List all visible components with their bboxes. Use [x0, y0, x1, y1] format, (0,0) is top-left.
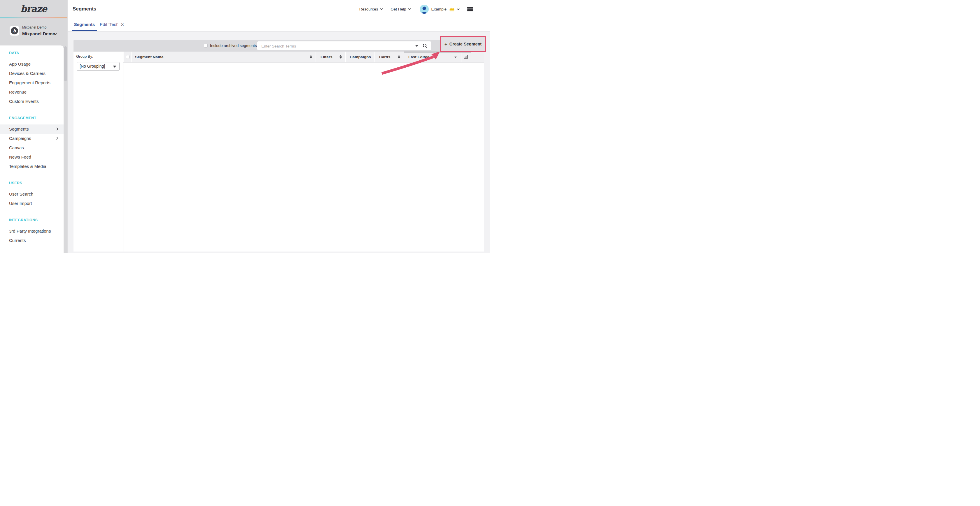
- sidebar-item-custom-events[interactable]: Custom Events: [0, 97, 64, 106]
- sidebar-item-user-import[interactable]: User Import: [0, 199, 64, 208]
- sidebar-nav: DATA App Usage Devices & Carriers Engage…: [0, 46, 64, 253]
- column-header-segment-name[interactable]: Segment Name: [131, 52, 316, 62]
- section-title-integrations: INTEGRATIONS: [0, 217, 64, 223]
- tab-segments[interactable]: Segments: [72, 18, 97, 31]
- sidebar-item-news-feed[interactable]: News Feed: [0, 152, 64, 162]
- workspace-icon: b: [10, 26, 19, 36]
- page-title: Segments: [73, 0, 96, 18]
- segment-search-box: [257, 41, 431, 50]
- chevron-down-icon: [380, 8, 383, 10]
- segments-table-body: [123, 63, 484, 252]
- column-header-analytics[interactable]: [461, 52, 471, 62]
- braze-dashboard: braze b Mixpanel Demo Mixpanel Demo DATA…: [0, 0, 490, 253]
- chevron-down-icon[interactable]: [54, 33, 57, 35]
- group-by-select[interactable]: [No Grouping]: [77, 62, 119, 71]
- column-label: Last Edited: [408, 55, 430, 59]
- column-label: Segment Name: [135, 55, 164, 59]
- sort-icon[interactable]: [339, 55, 342, 59]
- sidebar-scrollbar-thumb[interactable]: [64, 46, 67, 81]
- dropdown-caret-icon: [113, 66, 116, 68]
- section-title-users: USERS: [0, 180, 64, 186]
- get-help-menu[interactable]: Get Help: [391, 7, 411, 11]
- column-header-empty: [471, 52, 484, 62]
- segments-toolbar: Include archived segments: [73, 40, 484, 52]
- sidebar-item-label: Campaigns: [9, 136, 31, 141]
- include-archived-checkbox[interactable]: [204, 44, 208, 48]
- sidebar-item-label: Segments: [9, 127, 29, 132]
- sidebar-item-engagement-reports[interactable]: Engagement Reports: [0, 78, 64, 87]
- top-bar: Segments Resources Get Help: [68, 0, 490, 18]
- select-all-checkbox-cell: [123, 52, 131, 62]
- tab-label: Segments: [74, 22, 95, 27]
- main-content: Segments Resources Get Help: [67, 0, 490, 253]
- sort-icon[interactable]: [310, 55, 312, 59]
- crown-icon: [449, 6, 455, 12]
- column-header-filters[interactable]: Filters: [316, 52, 345, 62]
- search-dropdown-caret-icon[interactable]: [415, 45, 418, 47]
- sort-desc-icon[interactable]: [454, 57, 457, 58]
- sidebar-item-revenue[interactable]: Revenue: [0, 87, 64, 97]
- chevron-right-icon: [56, 137, 58, 140]
- include-archived-label: Include archived segments: [210, 40, 257, 52]
- top-bar-actions: Resources Get Help Example: [360, 0, 473, 18]
- section-title-data: DATA: [0, 50, 64, 56]
- braze-logo[interactable]: braze: [21, 3, 47, 14]
- segments-table-header: Segment Name Filters Campaigns Cards Las…: [123, 52, 484, 63]
- search-icon[interactable]: [423, 43, 428, 49]
- sidebar-item-currents[interactable]: Currents: [0, 236, 64, 245]
- sidebar-item-campaigns[interactable]: Campaigns: [0, 134, 64, 143]
- plus-icon: +: [444, 42, 447, 47]
- column-header-last-edited[interactable]: Last Edited: [404, 52, 461, 62]
- sidebar-item-segments[interactable]: Segments: [0, 124, 64, 134]
- group-by-value: [No Grouping]: [80, 62, 105, 70]
- workspace-org-label: Mixpanel Demo: [22, 25, 46, 29]
- create-segment-button[interactable]: + Create Segment: [441, 37, 485, 51]
- divider: [5, 211, 59, 211]
- sidebar-item-3rd-party-integrations[interactable]: 3rd Party Integrations: [0, 227, 64, 236]
- bar-chart-icon: [464, 54, 468, 59]
- sidebar-item-templates-media[interactable]: Templates & Media: [0, 162, 64, 171]
- close-icon[interactable]: ✕: [121, 23, 124, 27]
- workspace-name: Mixpanel Demo: [22, 31, 56, 36]
- column-label: Cards: [379, 55, 390, 59]
- column-header-campaigns[interactable]: Campaigns: [345, 52, 374, 62]
- annotation-highlight-box: + Create Segment: [440, 36, 486, 52]
- divider: [5, 109, 59, 109]
- section-title-engagement: ENGAGEMENT: [0, 115, 64, 121]
- active-tab-underline: [72, 30, 97, 31]
- column-label: Filters: [321, 55, 332, 59]
- resources-label: Resources: [360, 7, 378, 11]
- sidebar-item-canvas[interactable]: Canvas: [0, 143, 64, 152]
- sort-icon[interactable]: [398, 55, 400, 59]
- column-header-cards[interactable]: Cards: [374, 52, 404, 62]
- search-input[interactable]: [261, 41, 402, 51]
- tab-label: Edit 'Test': [100, 18, 118, 31]
- hamburger-menu-icon[interactable]: [467, 7, 473, 11]
- logo-bar: braze: [0, 0, 67, 17]
- sidebar-item-app-usage[interactable]: App Usage: [0, 59, 64, 69]
- resources-menu[interactable]: Resources: [360, 7, 383, 11]
- sidebar-item-user-search[interactable]: User Search: [0, 189, 64, 199]
- group-by-panel: Group By: [No Grouping]: [73, 52, 123, 252]
- tabs-bar: Segments Edit 'Test' ✕: [68, 18, 490, 32]
- sidebar: braze b Mixpanel Demo Mixpanel Demo DATA…: [0, 0, 67, 253]
- workspace-selector[interactable]: b Mixpanel Demo Mixpanel Demo: [0, 18, 67, 46]
- chevron-down-icon[interactable]: [457, 8, 460, 10]
- avatar[interactable]: [420, 5, 429, 14]
- column-label: Campaigns: [350, 55, 371, 59]
- get-help-label: Get Help: [391, 7, 406, 11]
- group-by-label: Group By:: [76, 54, 93, 59]
- tab-edit-test[interactable]: Edit 'Test' ✕: [99, 18, 125, 31]
- chevron-down-icon: [408, 8, 411, 10]
- user-name[interactable]: Example: [431, 7, 447, 11]
- workspace-icon-letter: b: [11, 27, 18, 34]
- select-all-checkbox[interactable]: [126, 55, 129, 59]
- chevron-right-icon: [56, 127, 58, 130]
- create-segment-label: Create Segment: [449, 42, 482, 46]
- sidebar-item-devices-carriers[interactable]: Devices & Carriers: [0, 69, 64, 78]
